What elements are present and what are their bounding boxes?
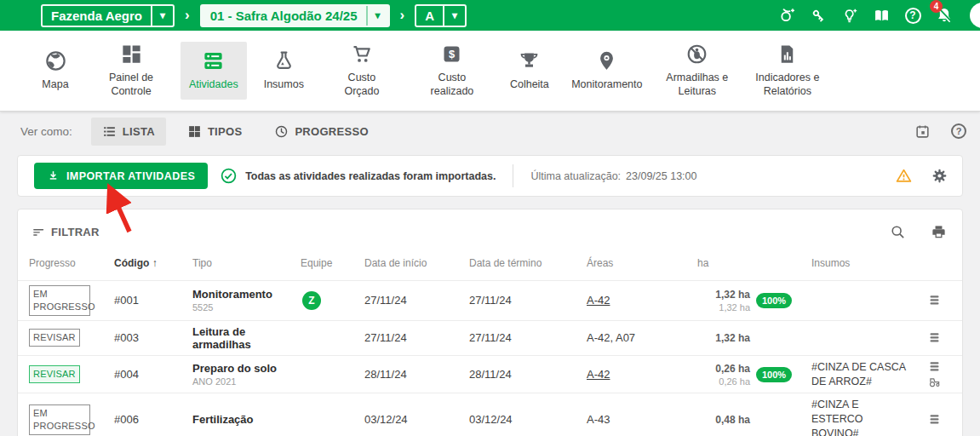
nav-label: Colheita: [510, 78, 549, 92]
activity-type: Leitura de armadilhas: [192, 325, 301, 351]
season-selector[interactable]: 01 - Safra Algodão 24/25 ▾: [200, 4, 390, 27]
chevron-down-icon[interactable]: ▾: [152, 9, 173, 21]
col-progresso[interactable]: Progresso: [29, 257, 114, 269]
team-avatar[interactable]: Z: [302, 291, 321, 310]
layers-icon[interactable]: [928, 331, 941, 344]
help-icon[interactable]: ?: [951, 123, 966, 139]
help-icon[interactable]: ?: [903, 6, 922, 25]
inputs-cell: #CINZA E ESTERCO BOVINO#: [811, 398, 917, 436]
report-icon: [776, 43, 799, 66]
top-bar: Fazenda Aegro ▾ › 01 - Safra Algodão 24/…: [0, 0, 980, 31]
import-activities-button[interactable]: IMPORTAR ATIVIDADES: [34, 163, 208, 189]
col-insumos[interactable]: Insumos: [811, 257, 917, 269]
nav-item-armadilhas-e-leituras[interactable]: Armadilhas e Leituras: [656, 35, 738, 106]
ha-sub-value: 1,32 ha: [697, 302, 750, 313]
calendar-icon[interactable]: [914, 123, 931, 140]
handbook-icon[interactable]: [872, 6, 891, 25]
layers-icon[interactable]: [928, 294, 941, 307]
user-avatar[interactable]: [970, 3, 980, 28]
ha-value: 0,26 ha: [697, 363, 750, 375]
nav-item-custo-orcado[interactable]: Custo Orçado: [321, 35, 403, 106]
nav-label: Indicadores e Relatórios: [755, 72, 820, 98]
farm-name: Fazenda Aegro: [43, 9, 151, 23]
activity-type: Monitoramento: [192, 288, 301, 301]
nav-item-painel-de-controle[interactable]: Painel de Controle: [90, 35, 172, 106]
area-link[interactable]: A-42: [587, 368, 610, 381]
nav-item-mapa[interactable]: Mapa: [29, 42, 82, 100]
topbar-icons: ? 4: [777, 3, 980, 28]
row-actions: [917, 294, 951, 307]
import-status: Todas as atividades realizadas foram imp…: [220, 167, 496, 185]
plot-selector[interactable]: A ▾: [415, 4, 467, 27]
farm-selector[interactable]: Fazenda Aegro ▾: [41, 4, 175, 27]
tab-label: TIPOS: [208, 125, 243, 138]
download-icon: [47, 169, 60, 182]
layers-icon[interactable]: [928, 413, 941, 426]
globe-icon: [44, 49, 67, 72]
col-data-inicio[interactable]: Data de início: [364, 257, 469, 269]
filter-row: FILTRAR: [18, 209, 962, 247]
table-row[interactable]: EM PROGRESSO #006 Fertilização 03/12/24 …: [18, 393, 962, 436]
last-update: Última atualização:23/09/25 13:00: [530, 170, 696, 182]
import-right-icons: [895, 167, 948, 185]
col-codigo[interactable]: Código ↑: [114, 257, 192, 269]
status-badge: REVISAR: [29, 329, 80, 347]
activity-code: #004: [114, 368, 192, 381]
filter-button[interactable]: FILTRAR: [32, 225, 100, 239]
nav-item-monitoramento[interactable]: Monitoramento: [566, 42, 648, 100]
tab-lista[interactable]: LISTA: [91, 118, 166, 146]
lightbulb-plus-icon[interactable]: [840, 6, 859, 25]
inputs-cell: #CINZA DE CASCA DE ARROZ#: [811, 360, 917, 389]
breadcrumb-chevron-icon: ›: [400, 7, 405, 24]
nav-item-indicadores-e-relatorios[interactable]: Indicadores e Relatórios: [747, 35, 828, 106]
chevron-down-icon[interactable]: ▾: [444, 9, 465, 21]
aegro-assistant-icon[interactable]: [777, 6, 796, 25]
ha-cell: 0,48 ha: [697, 414, 811, 426]
notifications-bell-icon[interactable]: 4: [935, 6, 954, 25]
print-icon[interactable]: [931, 224, 947, 240]
area-link[interactable]: A-42: [587, 294, 610, 307]
col-data-termino[interactable]: Data de término: [469, 257, 587, 269]
nav-item-atividades[interactable]: Atividades: [181, 42, 247, 100]
activity-subtitle: 5525: [192, 302, 301, 313]
ha-cell: 1,32 ha1,32 ha 100%: [697, 289, 811, 313]
activity-type: Preparo do solo: [192, 362, 301, 375]
layers-icon[interactable]: [928, 360, 941, 373]
machinery-icon[interactable]: [928, 376, 941, 388]
nav-label: Custo realizado: [420, 72, 484, 98]
table-row[interactable]: REVISAR #004 Preparo do soloANO 2021 28/…: [18, 355, 962, 393]
key-icon[interactable]: [809, 6, 828, 25]
dollar-square-icon: $: [440, 43, 463, 66]
status-badge: EM PROGRESSO: [29, 285, 90, 316]
nav-item-custo-realizado[interactable]: $ Custo realizado: [411, 35, 493, 106]
filter-label: FILTRAR: [51, 226, 100, 238]
list-icon: [102, 124, 117, 139]
nav-item-insumos[interactable]: Insumos: [255, 42, 312, 100]
grid-icon: [187, 124, 202, 139]
chevron-down-icon[interactable]: ▾: [368, 9, 388, 21]
tab-label: PROGRESSO: [295, 125, 369, 138]
nav-label: Insumos: [264, 78, 304, 92]
tab-tipos[interactable]: TIPOS: [176, 118, 254, 146]
status-badge: REVISAR: [29, 365, 80, 383]
start-date: 28/11/24: [364, 368, 469, 381]
table-row[interactable]: REVISAR #003 Leitura de armadilhas 27/11…: [18, 320, 962, 355]
tab-progresso[interactable]: PROGRESSO: [263, 118, 380, 146]
filter-icon: [32, 225, 46, 239]
tab-label: LISTA: [123, 125, 155, 138]
gear-icon[interactable]: [931, 167, 948, 185]
season-name: 01 - Safra Algodão 24/25: [202, 9, 366, 23]
col-areas[interactable]: Áreas: [587, 257, 697, 269]
notification-count-badge: 4: [930, 0, 943, 13]
col-equipe[interactable]: Equipe: [301, 257, 364, 269]
col-ha[interactable]: ha: [697, 257, 811, 269]
warning-icon[interactable]: [895, 167, 913, 185]
start-date: 27/11/24: [364, 294, 469, 307]
nav-item-colheita[interactable]: Colheita: [501, 42, 558, 100]
nav-label: Armadilhas e Leituras: [665, 72, 730, 98]
table-tools: [890, 224, 948, 240]
table-row[interactable]: EM PROGRESSO #001 Monitoramento5525 Z 27…: [18, 280, 962, 320]
col-tipo[interactable]: Tipo: [192, 257, 301, 269]
pin-icon: [595, 49, 618, 72]
search-icon[interactable]: [890, 224, 906, 240]
